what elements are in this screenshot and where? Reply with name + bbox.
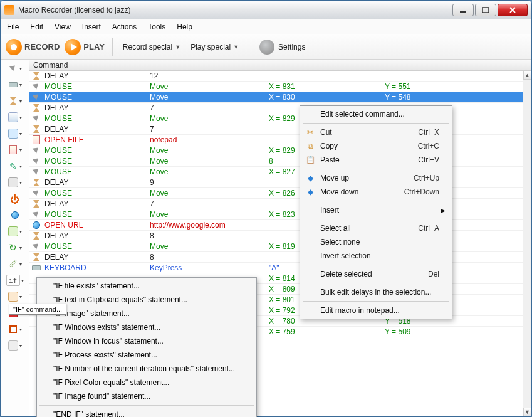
minimize-button[interactable]: [452, 4, 474, 16]
context-menu-item[interactable]: Delete selectedDel: [301, 267, 451, 281]
misc-icon: [8, 340, 18, 351]
menu-insert[interactable]: Insert: [82, 23, 101, 31]
side-goto-button[interactable]: ▾: [3, 225, 27, 238]
if-menu-item[interactable]: "END IF" statement...: [38, 408, 255, 417]
up-icon: ◆: [305, 173, 315, 183]
close-button[interactable]: [498, 4, 528, 16]
if-menu-item[interactable]: "IF Process exists" statement...: [38, 348, 255, 362]
cell-p3: Y = 509: [385, 327, 523, 336]
context-menu-item[interactable]: Edit selected command...: [301, 107, 451, 121]
separator: [249, 38, 249, 56]
cell-p1: Move: [150, 114, 269, 123]
globe-icon: [11, 211, 19, 219]
side-text-button[interactable]: ▾: [3, 111, 27, 124]
if-menu-item[interactable]: "IF Image found" statement...: [38, 389, 255, 403]
context-menu-item[interactable]: ◆Move upCtrl+Up: [301, 171, 451, 185]
table-row[interactable]: MOUSEMoveX = 831Y = 551: [29, 82, 523, 92]
context-menu-item[interactable]: Select none: [301, 235, 451, 249]
cell-command: MOUSE: [43, 146, 150, 155]
if-menu-item[interactable]: "IF Window in focus" statement...: [38, 334, 255, 348]
power-icon: ⏻: [10, 194, 20, 204]
vertical-scrollbar[interactable]: ▲ ▼: [523, 71, 531, 416]
side-refresh-button[interactable]: ↻▾: [3, 241, 27, 254]
context-menu-item[interactable]: Insert▶: [301, 203, 451, 217]
context-menu-item[interactable]: Bulk edit delays in the selection...: [301, 285, 451, 299]
menu-actions[interactable]: Actions: [112, 23, 137, 31]
menu-tools[interactable]: Tools: [148, 23, 165, 31]
menu-separator: [39, 405, 254, 406]
record-button[interactable]: RECORD: [6, 39, 60, 55]
side-break-button[interactable]: ▾: [3, 323, 27, 335]
menu-file[interactable]: File: [7, 23, 19, 31]
cursor-icon: [9, 64, 17, 73]
if-menu-item[interactable]: "IF text in Clipboard equals" statement.…: [38, 293, 255, 307]
hourglass-icon: [33, 232, 39, 240]
menu-item-label: Delete selected: [320, 270, 372, 278]
cell-command: DELAY: [43, 199, 150, 208]
scroll-up-arrow[interactable]: ▲: [523, 71, 531, 80]
side-tree-button[interactable]: ␥▾: [3, 258, 27, 270]
if-menu-item[interactable]: "IF Pixel Color equals" statement...: [38, 376, 255, 389]
context-menu-item[interactable]: ✂CutCtrl+X: [301, 125, 451, 139]
menu-item-label: Cut: [320, 128, 332, 137]
context-menu-item[interactable]: Edit macro in notepad...: [301, 304, 451, 317]
context-menu-item[interactable]: 📋PasteCtrl+V: [301, 153, 451, 167]
menu-item-label: Copy: [320, 142, 338, 150]
hourglass-icon: [33, 179, 39, 186]
menu-item-label: "END IF" statement...: [53, 410, 125, 417]
menu-separator: [303, 169, 449, 169]
side-label-button[interactable]: ▾: [3, 290, 27, 303]
side-misc-button[interactable]: ▾: [3, 339, 27, 352]
side-edit-button[interactable]: ✎▾: [3, 160, 27, 172]
side-toolbar: ▾ ▾ ▾ ▾ ▾ ▾ ✎▾ ▾ ⏻ ▾ ↻▾ ␥▾ if▾ ▾ ▾ ▾ ▾: [1, 60, 29, 416]
cell-command: DELAY: [43, 103, 150, 112]
scroll-down-arrow[interactable]: ▼: [523, 408, 531, 416]
if-menu-item[interactable]: "IF Windows exists" statement...: [38, 320, 255, 334]
side-power-button[interactable]: ⏻: [3, 193, 27, 205]
cell-command: OPEN FILE: [43, 135, 150, 144]
cell-p1: 8: [150, 253, 269, 261]
side-if-button[interactable]: if▾: [3, 274, 27, 287]
context-menu-item[interactable]: Invert selection: [301, 249, 451, 263]
menu-view[interactable]: View: [55, 23, 71, 31]
play-special-dropdown[interactable]: Play special▼: [188, 41, 241, 53]
maximize-button[interactable]: [475, 4, 496, 16]
if-menu-item[interactable]: "IF Image" statement...: [38, 307, 255, 320]
settings-button[interactable]: Settings: [257, 38, 308, 56]
side-cursor-button[interactable]: ▾: [3, 62, 27, 75]
menu-help[interactable]: Help: [177, 23, 192, 31]
record-special-dropdown[interactable]: Record special▼: [120, 41, 183, 53]
record-icon: [6, 39, 22, 55]
if-menu-item[interactable]: "IF file exists" statement...: [38, 279, 255, 293]
side-globe-button[interactable]: [3, 209, 27, 221]
side-window-button[interactable]: ▾: [3, 176, 27, 189]
cell-p2: X = 831: [269, 82, 385, 91]
side-keyboard-button[interactable]: ▾: [3, 78, 27, 91]
menubar: File Edit View Insert Actions Tools Help: [1, 19, 531, 34]
cell-command: MOUSE: [43, 242, 150, 251]
table-row[interactable]: MOUSEMoveX = 830Y = 548: [29, 92, 523, 103]
menu-shortcut: Del: [428, 270, 439, 278]
if-submenu: "IF file exists" statement..."IF text in…: [36, 277, 257, 417]
menu-item-label: "IF Process exists" statement...: [53, 351, 157, 359]
down-icon: ◆: [305, 187, 315, 197]
cell-command: MOUSE: [43, 93, 150, 102]
side-delay-button[interactable]: ▾: [3, 95, 27, 107]
side-file-button[interactable]: ▾: [3, 144, 27, 156]
side-copy-button[interactable]: ▾: [3, 127, 27, 140]
context-menu-item[interactable]: Select allCtrl+A: [301, 221, 451, 235]
cell-command: MOUSE: [43, 167, 150, 176]
menu-edit[interactable]: Edit: [30, 23, 43, 31]
if-menu-item[interactable]: "IF Number of the current iteration equa…: [38, 362, 255, 376]
play-icon: [65, 39, 81, 55]
play-button[interactable]: PLAY: [65, 39, 104, 55]
table-row[interactable]: DELAY12: [29, 71, 523, 82]
keyboard-icon: [9, 82, 18, 87]
menu-shortcut: Ctrl+Up: [414, 174, 439, 182]
grid-header-command[interactable]: Command: [29, 60, 531, 71]
context-menu-item[interactable]: ⧉CopyCtrl+C: [301, 139, 451, 153]
toolbar: RECORD PLAY Record special▼ Play special…: [1, 34, 531, 60]
cursor-icon: [33, 157, 40, 166]
context-menu-item[interactable]: ◆Move downCtrl+Down: [301, 185, 451, 199]
cell-p1: 8: [150, 231, 269, 240]
